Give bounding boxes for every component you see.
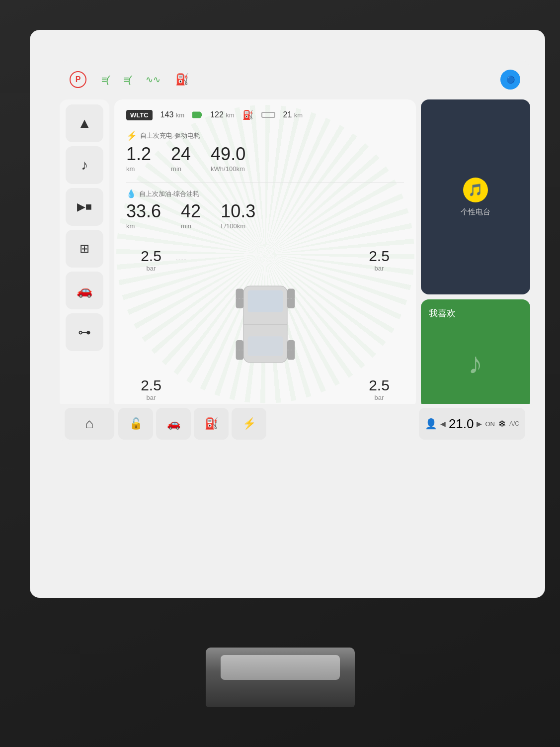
wltc-range: 143 km — [160, 110, 185, 119]
headlight-auto-icon: ≡( — [123, 74, 130, 86]
music-card[interactable]: 🎵 个性电台 — [421, 99, 530, 294]
auto-label: A/C — [509, 420, 519, 427]
favorites-icon-area: ♪ — [429, 325, 522, 401]
fuel-bottom-icon: ⛽ — [205, 417, 218, 430]
temp-up-button[interactable]: ◀ — [440, 420, 446, 428]
home-icon: ⌂ — [85, 416, 94, 432]
ev-time: 24 min — [171, 145, 191, 173]
on-label: ON — [485, 420, 495, 428]
tire-rear-right: 2.5 bar — [354, 377, 404, 401]
temp-arrows: ◀ — [440, 420, 446, 428]
sidebar-btn-video[interactable]: ▶■ — [66, 188, 103, 226]
temperature-display: 21.0 — [449, 416, 474, 432]
range-bar: WLTC 143 km 122 km ⛽ 21 km — [126, 109, 404, 120]
ev-distance: 1.2 km — [126, 145, 151, 173]
headlight-low-icon: ≡( — [101, 74, 108, 86]
wltc-badge: WLTC — [126, 110, 153, 120]
temp-arrows-right: ▶ — [477, 420, 482, 428]
lock-button[interactable]: 🔓 — [118, 408, 153, 440]
main-panel: WLTC 143 km 122 km ⛽ 21 km ⚡ 自上次充电-驱动电耗 … — [114, 99, 416, 409]
climate-person-icon: 👤 — [425, 418, 437, 430]
favorites-music-icon: ♪ — [468, 346, 483, 380]
sidebar-btn-apps[interactable]: ⊞ — [66, 230, 103, 268]
lightning-bottom-icon: ⚡ — [242, 417, 256, 430]
bottom-controls: 🔓 🚗 ⛽ ⚡ — [118, 408, 414, 440]
fuel-distance: 33.6 km — [126, 202, 161, 230]
physical-control-inner — [221, 655, 340, 680]
ev-consumption: 49.0 kWh/100km — [211, 145, 245, 173]
fan-icon: ❄ — [498, 418, 506, 430]
ev-section-label: ⚡ 自上次充电-驱动电耗 — [126, 130, 404, 141]
tire-rear-left: 2.5 bar — [126, 377, 176, 401]
climate-control: 👤 ◀ 21.0 ▶ ON ❄ A/C — [419, 408, 525, 440]
navigation-icon: ▲ — [78, 115, 91, 131]
fuel-pump-icon: ⛽ — [175, 73, 189, 86]
bottom-bar: ⌂ 🔓 🚗 ⛽ ⚡ 👤 ◀ 21.0 ▶ — [60, 404, 530, 444]
favorites-title: 我喜欢 — [429, 307, 522, 319]
sidebar-btn-navigation[interactable]: ▲ — [66, 104, 103, 142]
sidebar-btn-car[interactable]: 🚗 — [66, 272, 103, 309]
settings-icon: ⊶ — [78, 325, 91, 340]
car-icon: 🚗 — [77, 283, 92, 298]
ev-range: 122 km — [210, 110, 235, 119]
car-illustration — [176, 270, 354, 379]
sidebar-btn-settings[interactable]: ⊶ — [66, 313, 103, 351]
ev-battery-icon — [192, 111, 202, 118]
lock-icon: 🔓 — [129, 417, 143, 430]
lightning-icon: ⚡ — [126, 130, 137, 141]
right-panel: 🎵 个性电台 我喜欢 ♪ — [421, 99, 530, 409]
music-logo: 🎵 — [463, 178, 488, 202]
ev-stats: 1.2 km 24 min 49.0 kWh/100km — [126, 145, 404, 173]
fuel-consumption: 10.3 L/100km — [221, 202, 255, 230]
sidebar-btn-music[interactable]: ♪ — [66, 146, 103, 184]
svg-rect-1 — [201, 113, 202, 116]
svg-rect-3 — [247, 290, 282, 312]
fuel-time: 42 min — [181, 202, 201, 230]
fuel-section-label: 💧 自上次加油-综合油耗 — [126, 189, 404, 198]
fuel-icon-bar: ⛽ — [242, 109, 253, 120]
tire-front-right: 2.5 bar — [354, 248, 404, 272]
home-button[interactable]: ⌂ — [65, 408, 114, 440]
car-bottom-button[interactable]: 🚗 — [156, 408, 191, 440]
music-service-label: 个性电台 — [461, 207, 490, 217]
music-note-icon: 🎵 — [468, 183, 483, 197]
parking-icon: P — [70, 71, 86, 88]
lightning-button[interactable]: ⚡ — [232, 408, 266, 440]
svg-rect-4 — [247, 336, 282, 356]
fuel-bottom-button[interactable]: ⛽ — [194, 408, 229, 440]
tire-front-left: 2.5 bar — [126, 248, 176, 272]
video-icon: ▶■ — [77, 200, 92, 213]
tire-pressure-section: 2.5 bar — [126, 240, 404, 409]
apps-icon: ⊞ — [80, 242, 89, 256]
music-icon: ♪ — [81, 157, 88, 173]
car-bottom-icon: 🚗 — [167, 417, 180, 430]
water-drop-icon: 💧 — [126, 189, 136, 198]
auto-lights-icon: ∿∿ — [146, 74, 160, 85]
top-right-icon: 🔵 — [500, 70, 520, 90]
fuel-bar-empty — [261, 112, 275, 118]
fuel-stats: 33.6 km 42 min 10.3 L/100km — [126, 202, 404, 230]
favorites-card[interactable]: 我喜欢 ♪ — [421, 299, 530, 409]
section-divider — [126, 183, 404, 183]
temp-down-button[interactable]: ▶ — [477, 420, 482, 428]
physical-control-bar — [206, 648, 355, 707]
sidebar: ▲ ♪ ▶■ ⊞ 🚗 ⊶ — [60, 99, 109, 409]
fuel-range: 21 km — [283, 110, 303, 119]
svg-rect-0 — [192, 112, 201, 118]
